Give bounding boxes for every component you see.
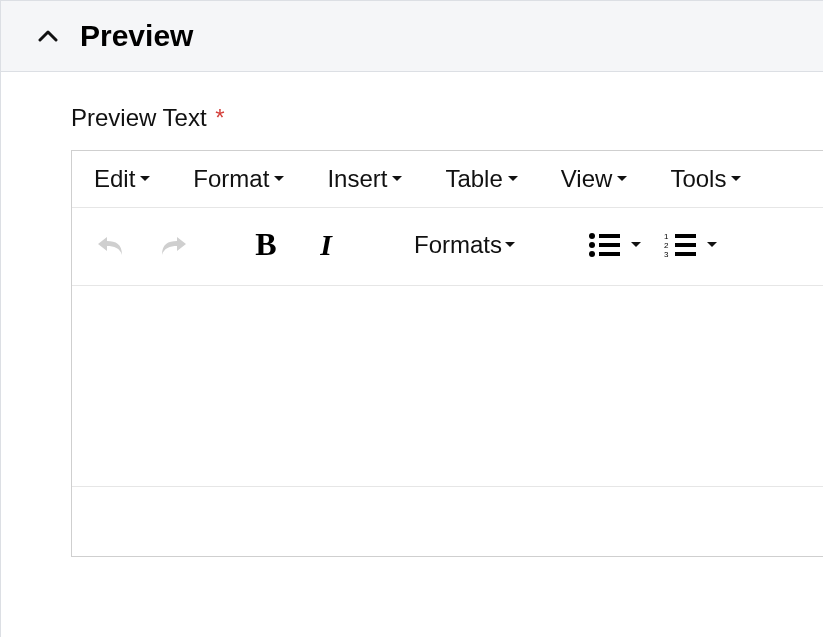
field-label-text: Preview Text <box>71 104 207 131</box>
menu-view[interactable]: View <box>561 165 629 193</box>
svg-rect-11 <box>675 252 696 256</box>
svg-rect-1 <box>599 234 620 238</box>
bullet-list-menu[interactable] <box>630 241 642 249</box>
redo-icon <box>160 233 188 257</box>
menu-insert-label: Insert <box>327 165 387 193</box>
redo-button[interactable] <box>154 229 194 261</box>
caret-down-icon <box>507 175 519 183</box>
undo-icon <box>96 233 124 257</box>
required-asterisk: * <box>215 104 224 131</box>
collapse-toggle[interactable] <box>36 24 60 48</box>
numbered-list-menu[interactable] <box>706 241 718 249</box>
italic-button[interactable]: I <box>308 224 344 266</box>
rich-text-editor: Edit Format Insert <box>71 150 823 557</box>
field-label: Preview Text * <box>71 104 823 132</box>
menu-tools[interactable]: Tools <box>670 165 742 193</box>
numbered-list-icon: 1 2 3 <box>664 232 696 258</box>
caret-down-icon <box>273 175 285 183</box>
bullet-list-button[interactable] <box>588 232 620 258</box>
caret-down-icon <box>616 175 628 183</box>
svg-point-0 <box>589 233 595 239</box>
menu-view-label: View <box>561 165 613 193</box>
menu-tools-label: Tools <box>670 165 726 193</box>
formats-dropdown[interactable]: Formats <box>414 231 516 259</box>
svg-text:2: 2 <box>664 241 669 250</box>
caret-down-icon <box>730 175 742 183</box>
svg-text:3: 3 <box>664 250 669 258</box>
panel-title: Preview <box>80 19 193 53</box>
menu-edit[interactable]: Edit <box>94 165 151 193</box>
svg-rect-5 <box>599 252 620 256</box>
caret-down-icon <box>391 175 403 183</box>
bullet-list-icon <box>588 232 620 258</box>
svg-text:1: 1 <box>664 232 669 241</box>
caret-down-icon <box>139 175 151 183</box>
numbered-list-button[interactable]: 1 2 3 <box>664 232 696 258</box>
menu-format[interactable]: Format <box>193 165 285 193</box>
toolbar: B I Formats <box>72 208 823 286</box>
formats-label: Formats <box>414 231 502 259</box>
menu-table-label: Table <box>445 165 502 193</box>
menu-edit-label: Edit <box>94 165 135 193</box>
panel-header: Preview <box>1 1 823 72</box>
bold-button[interactable]: B <box>248 222 284 267</box>
caret-down-icon <box>504 241 516 249</box>
caret-down-icon <box>630 241 642 249</box>
undo-button[interactable] <box>90 229 130 261</box>
chevron-up-icon <box>38 29 58 43</box>
svg-rect-3 <box>599 243 620 247</box>
caret-down-icon <box>706 241 718 249</box>
svg-point-2 <box>589 242 595 248</box>
svg-rect-9 <box>675 243 696 247</box>
panel-body: Preview Text * Edit Format Ins <box>1 72 823 557</box>
menu-format-label: Format <box>193 165 269 193</box>
editor-statusbar <box>72 486 823 556</box>
editor-content-area[interactable] <box>72 286 823 486</box>
svg-point-4 <box>589 251 595 257</box>
menubar: Edit Format Insert <box>72 151 823 208</box>
menu-insert[interactable]: Insert <box>327 165 403 193</box>
svg-rect-7 <box>675 234 696 238</box>
menu-table[interactable]: Table <box>445 165 518 193</box>
